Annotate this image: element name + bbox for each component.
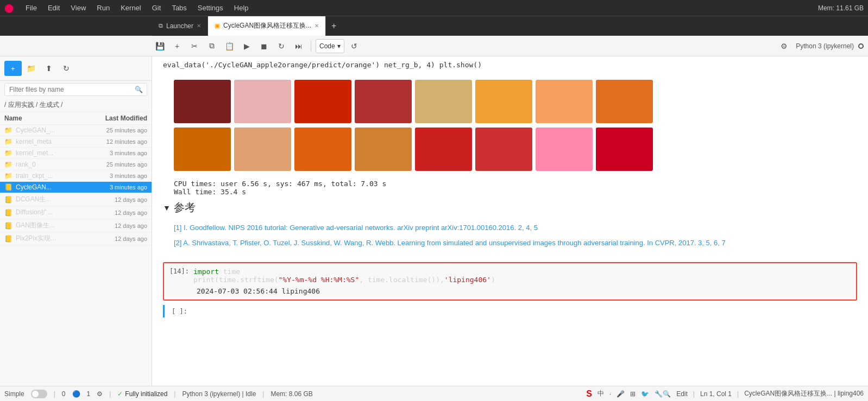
restart-button[interactable]: ↻ <box>274 39 289 54</box>
file-modified: 12 days ago <box>115 196 147 203</box>
kernel-status-label: Python 3 (ipykernel) | Idle <box>182 390 256 398</box>
col-name-header: Name <box>4 114 105 122</box>
status-sep-4: | <box>262 390 264 398</box>
grid-icon: ⊞ <box>630 390 636 398</box>
menu-file[interactable]: File <box>20 2 42 14</box>
file-name: Pix2Pix实现... <box>16 234 115 243</box>
menu-settings[interactable]: Settings <box>192 2 229 14</box>
cell-14-line2: print(time.strftime("%Y-%m-%d %H:%M:%S",… <box>193 276 856 284</box>
image-pomegranate <box>355 80 412 123</box>
wall-time: Wall time: 35.4 s <box>174 188 846 196</box>
file-item[interactable]: 📁 train_ckpt_... 3 minutes ago <box>0 170 152 182</box>
import-time: time <box>223 268 240 276</box>
image-red-fruit <box>475 128 532 171</box>
menu-kernel[interactable]: Kernel <box>115 2 147 14</box>
menu-edit[interactable]: Edit <box>42 2 65 14</box>
ref-1: [1] I. Goodfellow. NIPS 2016 tutorial: G… <box>174 222 846 233</box>
menu-git[interactable]: Git <box>147 2 167 14</box>
collapse-arrow[interactable]: ▼ <box>163 203 171 212</box>
notebook-area[interactable]: eval_data('./CycleGAN_apple2orange/predi… <box>152 56 868 386</box>
file-name: Diffusion扩... <box>16 208 115 217</box>
status-sep-1: | <box>54 390 55 398</box>
menu-view[interactable]: View <box>65 2 91 14</box>
file-item[interactable]: 📒 DCGAN生... 12 days ago <box>0 193 152 206</box>
new-button[interactable]: + <box>4 61 22 76</box>
open-folder-button[interactable]: 📁 <box>24 61 39 76</box>
file-modified: 25 minutes ago <box>106 161 147 168</box>
cell-14-line1: import time <box>193 268 856 276</box>
dot-icon: · <box>609 390 611 398</box>
file-item[interactable]: 📒 CycleGAN... 3 minutes ago <box>0 182 152 193</box>
file-item[interactable]: 📒 Diffusion扩... 12 days ago <box>0 206 152 219</box>
toolbar-separator <box>311 41 311 52</box>
menu-tabs[interactable]: Tabs <box>166 2 192 14</box>
sidebar-search: 🔍 <box>4 83 147 96</box>
image-strawberry-box <box>415 128 472 171</box>
file-item[interactable]: 📁 kernel_meta 12 minutes ago <box>0 136 152 148</box>
kernel-settings-icon[interactable]: ⚙ <box>776 39 791 54</box>
toggle-track[interactable] <box>31 390 47 398</box>
image-oranges-pile <box>475 80 532 123</box>
file-item[interactable]: 📁 kernel_met... 3 minutes ago <box>0 148 152 159</box>
file-icon: 📁 <box>4 161 12 168</box>
file-icon: 📒 <box>4 183 12 191</box>
ref-2: [2] A. Shrivastava, T. Pfister, O. Tuzel… <box>174 238 846 249</box>
status-sep-5: | <box>693 390 695 398</box>
add-cell-button[interactable]: + <box>169 39 185 54</box>
new-tab-button[interactable]: + <box>326 19 342 33</box>
file-item[interactable]: 📒 GAN图像生... 12 days ago <box>0 219 152 232</box>
image-row-2 <box>174 128 846 171</box>
file-item[interactable]: 📁 rank_0 25 minutes ago <box>0 159 152 170</box>
file-icon: 📒 <box>4 222 12 230</box>
image-orange-basket <box>294 128 351 171</box>
refresh-button[interactable]: ↺ <box>347 39 362 54</box>
image-row-1 <box>174 80 846 123</box>
upload-button[interactable]: ⬆ <box>41 61 56 76</box>
copy-button[interactable]: ⧉ <box>204 39 219 54</box>
search-input[interactable] <box>4 83 147 96</box>
image-orange-apple <box>174 128 231 171</box>
tab-notebook-close[interactable]: ✕ <box>315 23 319 29</box>
file-item[interactable]: 📒 Pix2Pix实现... 12 days ago <box>0 232 152 245</box>
kernel-info: ⚙ Python 3 (ipykernel) <box>776 39 864 54</box>
ref-list: [1] I. Goodfellow. NIPS 2016 tutorial: G… <box>152 217 868 258</box>
file-list-header: Name Last Modified <box>0 112 152 125</box>
cell-14-prompt: [14]: import time print(time.strftime("%… <box>164 263 856 284</box>
image-orange-stack <box>536 80 593 123</box>
cut-button[interactable]: ✂ <box>187 39 202 54</box>
file-name: DCGAN生... <box>16 195 115 204</box>
file-item[interactable]: 📁 CycleGAN_... 25 minutes ago <box>0 125 152 136</box>
stop-button[interactable]: ◼ <box>256 39 272 54</box>
cell-14-number: [14]: <box>166 268 193 275</box>
fastforward-button[interactable]: ⏭ <box>291 39 306 54</box>
file-icon: 📁 <box>4 126 12 134</box>
figure-icon: 🐦 <box>641 390 649 398</box>
image-orange-slice <box>596 80 653 123</box>
empty-cell-input[interactable] <box>192 307 857 315</box>
menu-run[interactable]: Run <box>91 2 115 14</box>
empty-cell: [ ]: <box>163 305 857 317</box>
col-modified-header: Last Modified <box>105 114 147 122</box>
tab-notebook[interactable]: ▣ CycleGAN图像风格迁移互换... ✕ <box>208 16 326 36</box>
status-gear-icon[interactable]: ⚙ <box>97 390 103 398</box>
mem-usage: Mem: 8.06 GB <box>271 390 312 398</box>
file-modified: 12 days ago <box>115 222 147 229</box>
save-button[interactable]: 💾 <box>152 39 167 54</box>
tab-launcher[interactable]: ⧉ Launcher ✕ <box>152 16 208 36</box>
references-title: 参考 <box>174 200 196 215</box>
main-layout: + 📁 ⬆ ↻ 🔍 / 应用实践 / 生成式 / Name Last Modif… <box>0 56 868 386</box>
run-button[interactable]: ▶ <box>239 39 254 54</box>
cell-type-select[interactable]: Code ▾ <box>316 39 344 53</box>
initialized-status: ✓ Fully initialized <box>117 390 167 398</box>
file-icon: 📒 <box>4 235 12 243</box>
file-icon: 📁 <box>4 149 12 157</box>
paste-button[interactable]: 📋 <box>222 39 237 54</box>
file-name: kernel_met... <box>16 149 110 157</box>
image-person-orange <box>234 128 291 171</box>
cell-14-code[interactable]: import time print(time.strftime("%Y-%m-%… <box>193 268 856 284</box>
menu-help[interactable]: Help <box>229 2 254 14</box>
refresh-files-button[interactable]: ↻ <box>59 61 74 76</box>
file-icon: 📁 <box>4 138 12 145</box>
tab-launcher-close[interactable]: ✕ <box>197 23 201 29</box>
mode-toggle[interactable] <box>31 390 47 398</box>
